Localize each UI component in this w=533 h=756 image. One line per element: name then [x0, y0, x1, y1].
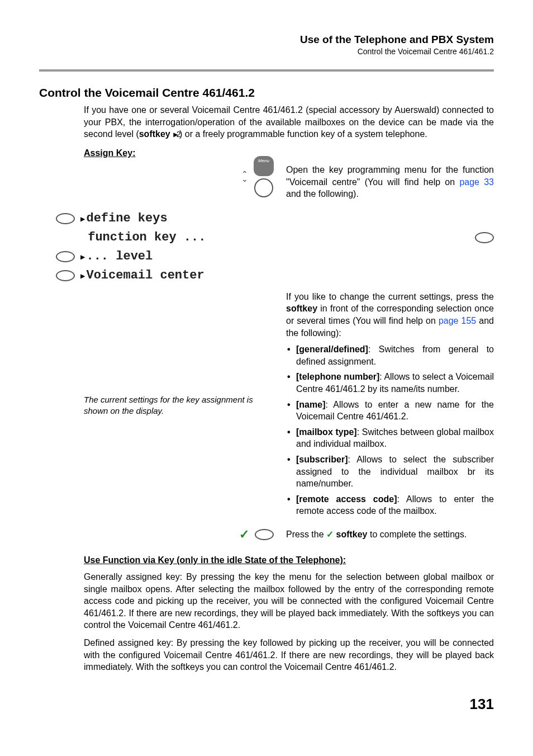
- assign-key-heading: Assign Key:: [84, 148, 494, 158]
- lcd-define-keys: ▶define keys: [80, 211, 168, 225]
- page-155-link[interactable]: page 155: [439, 316, 476, 325]
- bullet-label: [mailbox type]: [296, 427, 357, 437]
- press-softkey-text: Press the ✓ softkey to complete the sett…: [286, 528, 467, 541]
- triangle-icon: ▶: [80, 272, 85, 281]
- page-33-link[interactable]: page 33: [459, 177, 494, 187]
- settings-list: [general/defined]: Switches from general…: [286, 343, 494, 517]
- softkey-oval-icon: [255, 529, 274, 540]
- use-function-heading: Use Function via Key (only in the idle S…: [84, 555, 494, 565]
- lcd-voicemail-center: ▶Voicemail center: [80, 268, 204, 282]
- list-item: [name]: Allows to enter a new name for t…: [286, 399, 494, 423]
- triangle-icon: ▶: [80, 215, 85, 224]
- section-heading: Control the Voicemail Centre 461/461.2: [39, 86, 494, 100]
- running-header-subtitle: Control the Voicemail Centre 461/461.2: [39, 47, 494, 56]
- bullet-label: [telephone number]: [296, 372, 379, 381]
- press-soft: softkey: [334, 530, 367, 539]
- intro-paragraph: If you have one or several Voicemail Cen…: [84, 104, 494, 140]
- change-pre: If you like to change the current settin…: [286, 292, 494, 301]
- check-icon: ✓: [326, 530, 334, 539]
- page-number: 131: [39, 696, 494, 713]
- divider: [39, 69, 494, 72]
- open-menu-text: Open the key programming menu for the fu…: [286, 164, 494, 200]
- bullet-label: [remote access code]: [296, 494, 397, 504]
- up-down-arrows-icon: ⌃⌄: [241, 172, 248, 182]
- menu-button-icon: Menu: [254, 156, 274, 176]
- bullet-label: [name]: [296, 400, 325, 409]
- bullet-label: [subscriber]: [296, 455, 348, 464]
- intro-post: ) or a freely programmable function key …: [179, 129, 427, 139]
- softkey-oval-icon: [475, 232, 494, 243]
- bullet-text: : Allows to enter a new name for the Voi…: [296, 400, 494, 422]
- list-item: [mailbox type]: Switches between global …: [286, 426, 494, 450]
- intro-softkey: softkey: [139, 129, 170, 139]
- list-item: [general/defined]: Switches from general…: [286, 343, 494, 367]
- press-pre: Press the: [286, 530, 326, 539]
- softkey-oval-icon: [254, 178, 273, 197]
- list-item: [remote access code]: Allows to enter th…: [286, 493, 494, 517]
- lcd-level: ▶... level: [80, 249, 153, 263]
- menu-button-label: Menu: [258, 158, 269, 163]
- softkey-oval-icon: [56, 213, 75, 224]
- triangle-icon: ▶: [80, 253, 85, 262]
- use-function-p2: Defined assigned key: By pressing the ke…: [84, 637, 494, 673]
- list-item: [subscriber]: Allows to select the subsc…: [286, 453, 494, 490]
- lcd-function-key: function key ...: [80, 230, 206, 244]
- check-icon: ✓: [239, 527, 249, 542]
- softkey-oval-icon: [56, 270, 75, 281]
- press-post: to complete the settings.: [368, 530, 467, 539]
- change-softkey: softkey: [286, 304, 317, 313]
- list-item: [telephone number]: Allows to select a V…: [286, 371, 494, 395]
- level2-icon: ▶2: [170, 130, 179, 139]
- running-header-title: Use of the Telephone and PBX System: [39, 34, 494, 46]
- current-settings-note: The current settings for the key assignm…: [84, 394, 274, 417]
- bullet-label: [general/defined]: [296, 344, 368, 354]
- softkey-oval-icon: [56, 251, 75, 262]
- change-settings-text: If you like to change the current settin…: [286, 291, 494, 339]
- use-function-p1: Generally assigned key: By pressing the …: [84, 571, 494, 631]
- open-post: and the following).: [286, 189, 359, 199]
